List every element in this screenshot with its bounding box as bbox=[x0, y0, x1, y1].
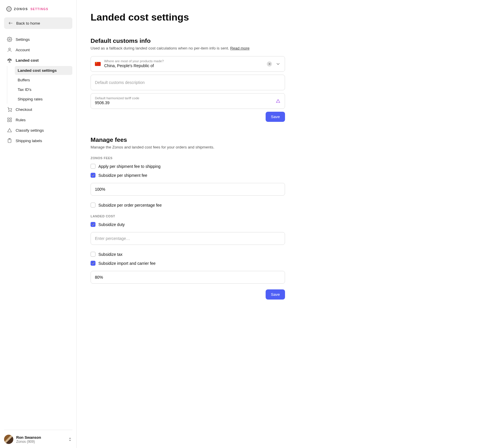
desc-text: Used as a fallback during landed cost ca… bbox=[91, 46, 230, 50]
subsidize-duty-row[interactable]: Subsidize duty bbox=[91, 222, 285, 227]
nav-label: Tax ID's bbox=[18, 87, 32, 92]
nav-rules[interactable]: Rules bbox=[4, 115, 72, 125]
actions: Save bbox=[91, 112, 285, 122]
nav-label: Buffers bbox=[18, 78, 30, 82]
nav-shipping-labels[interactable]: Shipping labels bbox=[4, 135, 72, 146]
arrow-left-icon bbox=[8, 21, 13, 26]
subsidize-shipment-input[interactable] bbox=[91, 183, 285, 196]
chevron-up-down-icon bbox=[68, 437, 72, 442]
apply-shipment-fee-row[interactable]: Apply per shipment fee to shipping bbox=[91, 164, 285, 169]
clear-button[interactable]: ✕ bbox=[267, 61, 272, 67]
customs-desc-input[interactable] bbox=[95, 80, 281, 85]
svg-rect-6 bbox=[8, 120, 9, 122]
user-name: Ron Swanson bbox=[16, 435, 65, 440]
section-fees: Manage fees Manage the Zonos and landed … bbox=[91, 136, 285, 300]
subsidize-shipment-fee-row[interactable]: Subsidize per shipment fee bbox=[91, 173, 285, 178]
nav-label: Landed cost settings bbox=[18, 68, 57, 73]
section-heading: Manage fees bbox=[91, 136, 285, 143]
grid-icon bbox=[7, 117, 12, 122]
svg-rect-7 bbox=[10, 120, 12, 122]
nav-landed-cost-sub: Landed cost settings Buffers Tax ID's Sh… bbox=[7, 66, 72, 104]
tariff-code-input[interactable] bbox=[95, 100, 272, 106]
zonos-fees-subhead: ZONOS FEES bbox=[91, 156, 285, 160]
landed-cost-subhead: LANDED COST bbox=[91, 214, 285, 218]
field-body: Default harmonized tariff code bbox=[95, 96, 272, 106]
nav-classify[interactable]: Classify settings bbox=[4, 125, 72, 135]
origin-country-field[interactable]: Where are most of your products made? ✕ bbox=[91, 56, 285, 72]
svg-rect-5 bbox=[10, 118, 12, 119]
checkbox[interactable] bbox=[91, 252, 95, 257]
nav-label: Account bbox=[16, 48, 30, 52]
gear-icon bbox=[7, 37, 12, 42]
avatar bbox=[4, 435, 13, 444]
back-to-home-button[interactable]: Back to home bbox=[4, 17, 72, 29]
nav-label: Rules bbox=[16, 118, 26, 122]
flag-china-icon bbox=[95, 62, 101, 66]
svg-point-0 bbox=[9, 39, 10, 40]
subsidize-duty-input[interactable] bbox=[91, 232, 285, 245]
checkbox-label: Subsidize per order percentage fee bbox=[98, 203, 162, 208]
checkbox-label: Subsidize tax bbox=[98, 252, 122, 257]
user-switcher[interactable]: Ron Swanson Zonos (909) bbox=[4, 430, 72, 444]
checkbox-label: Subsidize import and carrier fee bbox=[98, 261, 156, 266]
nav-account[interactable]: Account bbox=[4, 45, 72, 55]
subsidize-tax-row[interactable]: Subsidize tax bbox=[91, 252, 285, 257]
nav-buffers[interactable]: Buffers bbox=[15, 76, 72, 85]
brand-logo-icon bbox=[6, 6, 12, 12]
field-label: Where are most of your products made? bbox=[104, 59, 263, 63]
nav-landed-cost[interactable]: Landed cost bbox=[4, 55, 72, 65]
field-label: Default harmonized tariff code bbox=[95, 96, 272, 100]
classify-triangle-icon bbox=[275, 98, 281, 104]
checkbox[interactable] bbox=[91, 164, 95, 169]
nav-tax-ids[interactable]: Tax ID's bbox=[15, 85, 72, 94]
nav-settings[interactable]: Settings bbox=[4, 34, 72, 45]
checkbox[interactable] bbox=[91, 173, 95, 178]
nav-label: Settings bbox=[16, 37, 30, 42]
page-title: Landed cost settings bbox=[91, 12, 358, 23]
nav-landed-cost-settings[interactable]: Landed cost settings bbox=[15, 66, 72, 75]
field-body: Where are most of your products made? bbox=[104, 59, 263, 69]
clipboard-icon bbox=[7, 138, 12, 143]
scales-icon bbox=[7, 58, 12, 63]
brand-section: SETTINGS bbox=[30, 8, 48, 11]
section-heading: Default customs info bbox=[91, 37, 285, 44]
cart-icon bbox=[7, 107, 12, 112]
sidebar: ZONOS SETTINGS Back to home Settings Acc… bbox=[0, 0, 77, 448]
checkbox-label: Subsidize per shipment fee bbox=[98, 173, 147, 178]
nav: Settings Account Landed cost Landed cost… bbox=[4, 34, 72, 146]
nav-label: Shipping labels bbox=[16, 139, 42, 143]
save-fees-button[interactable]: Save bbox=[266, 289, 285, 300]
brand: ZONOS SETTINGS bbox=[4, 5, 72, 13]
section-desc: Used as a fallback during landed cost ca… bbox=[91, 46, 285, 50]
save-customs-button[interactable]: Save bbox=[266, 112, 285, 122]
chevron-down-icon[interactable] bbox=[275, 61, 281, 67]
checkbox[interactable] bbox=[91, 261, 95, 266]
nav-label: Landed cost bbox=[16, 58, 39, 63]
subsidize-import-row[interactable]: Subsidize import and carrier fee bbox=[91, 261, 285, 266]
actions: Save bbox=[91, 289, 285, 300]
origin-country-input[interactable] bbox=[104, 63, 263, 69]
nav-shipping-rates[interactable]: Shipping rates bbox=[15, 95, 72, 104]
section-customs: Default customs info Used as a fallback … bbox=[91, 37, 285, 122]
back-label: Back to home bbox=[16, 21, 40, 25]
checkbox[interactable] bbox=[91, 203, 95, 208]
read-more-link[interactable]: Read more bbox=[230, 46, 250, 50]
svg-point-3 bbox=[11, 111, 11, 112]
checkbox-label: Apply per shipment fee to shipping bbox=[98, 164, 161, 169]
user-org: Zonos (909) bbox=[16, 440, 65, 444]
triangle-icon bbox=[7, 128, 12, 133]
subsidize-import-input[interactable] bbox=[91, 271, 285, 284]
brand-name: ZONOS bbox=[14, 7, 28, 11]
nav-label: Shipping rates bbox=[18, 97, 43, 101]
customs-desc-field[interactable] bbox=[91, 75, 285, 90]
checkbox[interactable] bbox=[91, 222, 95, 227]
main: Landed cost settings Default customs inf… bbox=[77, 0, 372, 448]
svg-point-1 bbox=[9, 48, 10, 50]
user-meta: Ron Swanson Zonos (909) bbox=[16, 435, 65, 444]
svg-rect-4 bbox=[8, 118, 9, 119]
tariff-code-field[interactable]: Default harmonized tariff code bbox=[91, 93, 285, 109]
subsidize-order-pct-row[interactable]: Subsidize per order percentage fee bbox=[91, 203, 285, 208]
svg-point-2 bbox=[9, 111, 9, 112]
nav-label: Classify settings bbox=[16, 128, 44, 133]
nav-checkout[interactable]: Checkout bbox=[4, 104, 72, 115]
